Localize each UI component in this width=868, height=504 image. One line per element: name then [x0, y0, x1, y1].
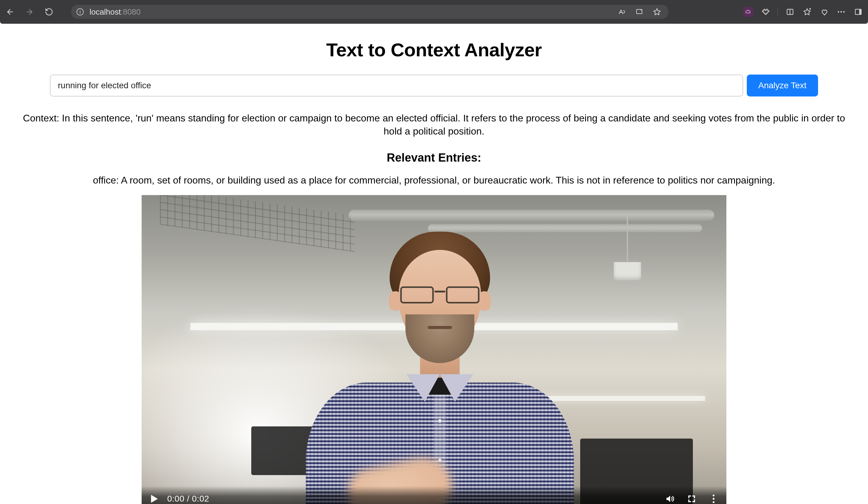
page-body: Text to Context Analyzer Analyze Text Co… — [0, 24, 868, 504]
entry-item: office: A room, set of rooms, or buildin… — [18, 175, 850, 186]
svg-marker-8 — [654, 9, 660, 15]
volume-button[interactable] — [665, 494, 675, 504]
video-frame-image — [142, 195, 726, 504]
video-time-text: 0:00 / 0:02 — [167, 494, 209, 504]
site-info-icon[interactable] — [76, 8, 84, 16]
extensions-icon[interactable] — [761, 7, 770, 17]
refresh-button[interactable] — [44, 7, 54, 17]
split-screen-icon[interactable] — [785, 7, 795, 17]
svg-point-4 — [80, 10, 80, 11]
svg-marker-11 — [804, 9, 810, 15]
svg-rect-18 — [859, 9, 861, 14]
browser-chrome: localhost:8080 — [0, 0, 868, 24]
enhance-icon[interactable] — [634, 7, 644, 17]
svg-point-16 — [843, 11, 845, 13]
more-options-button[interactable] — [709, 494, 719, 504]
forward-button[interactable] — [24, 7, 35, 17]
fullscreen-button[interactable] — [687, 494, 696, 504]
input-row: Analyze Text — [50, 75, 818, 96]
context-text: Context: In this sentence, 'run' means s… — [18, 112, 850, 138]
analysis-input[interactable] — [50, 75, 743, 96]
favorite-star-icon[interactable] — [652, 7, 662, 17]
divider — [777, 8, 778, 16]
svg-point-15 — [840, 11, 842, 13]
read-aloud-icon[interactable] — [617, 7, 627, 17]
play-button[interactable] — [149, 494, 159, 504]
browser-essentials-icon[interactable] — [819, 7, 829, 17]
entries-heading: Relevant Entries: — [18, 151, 850, 164]
url-host: localhost — [90, 7, 121, 17]
video-player[interactable]: 0:00 / 0:02 — [142, 195, 726, 504]
favorites-icon[interactable] — [802, 7, 812, 17]
browser-right-icons — [743, 7, 863, 17]
url-text[interactable]: localhost:8080 — [90, 7, 141, 17]
video-controls: 0:00 / 0:02 — [142, 486, 726, 504]
more-menu-icon[interactable] — [836, 7, 846, 17]
kebab-icon — [713, 495, 714, 503]
sidebar-toggle-icon[interactable] — [854, 7, 863, 17]
address-bar[interactable]: localhost:8080 — [71, 5, 668, 19]
nav-arrows — [5, 7, 54, 17]
page-title: Text to Context Analyzer — [18, 39, 850, 61]
analyze-button[interactable]: Analyze Text — [747, 75, 818, 96]
video-container: 0:00 / 0:02 — [142, 195, 726, 504]
url-port: :8080 — [121, 7, 141, 17]
back-button[interactable] — [5, 7, 15, 17]
svg-point-14 — [838, 11, 839, 13]
extension-badge-icon[interactable] — [743, 7, 753, 17]
play-icon — [151, 495, 158, 503]
